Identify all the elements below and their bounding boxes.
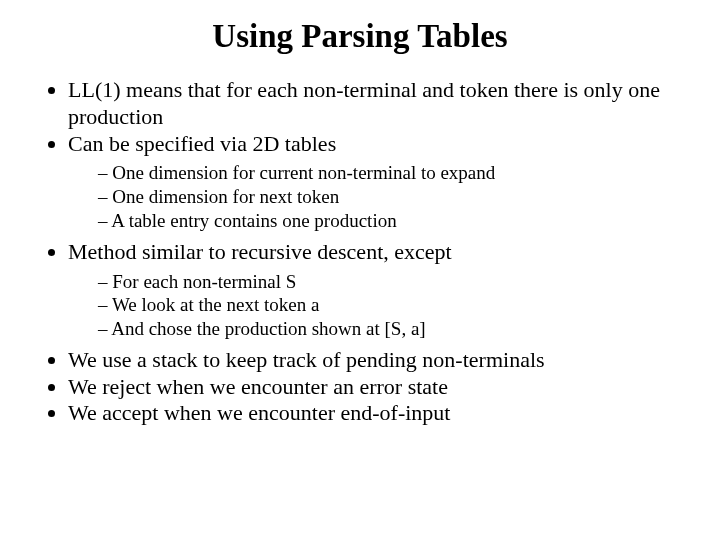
sub-bullet-item: For each non-terminal S <box>98 270 680 294</box>
sub-bullet-item: A table entry contains one production <box>98 209 680 233</box>
bullet-item: LL(1) means that for each non-terminal a… <box>68 77 680 131</box>
sub-bullet-item: One dimension for current non-terminal t… <box>98 161 680 185</box>
sub-bullet-list: For each non-terminal S We look at the n… <box>68 270 680 341</box>
bullet-item: Method similar to recursive descent, exc… <box>68 239 680 341</box>
bullet-item: We reject when we encounter an error sta… <box>68 374 680 401</box>
bullet-text: Can be specified via 2D tables <box>68 131 336 156</box>
bullet-list: LL(1) means that for each non-terminal a… <box>40 77 680 427</box>
sub-bullet-item: And chose the production shown at [S, a] <box>98 317 680 341</box>
bullet-item: Can be specified via 2D tables One dimen… <box>68 131 680 233</box>
sub-bullet-item: We look at the next token a <box>98 293 680 317</box>
slide-title: Using Parsing Tables <box>40 18 680 55</box>
sub-bullet-item: One dimension for next token <box>98 185 680 209</box>
slide: Using Parsing Tables LL(1) means that fo… <box>0 0 720 540</box>
bullet-item: We use a stack to keep track of pending … <box>68 347 680 374</box>
bullet-text: Method similar to recursive descent, exc… <box>68 239 452 264</box>
sub-bullet-list: One dimension for current non-terminal t… <box>68 161 680 232</box>
bullet-item: We accept when we encounter end-of-input <box>68 400 680 427</box>
